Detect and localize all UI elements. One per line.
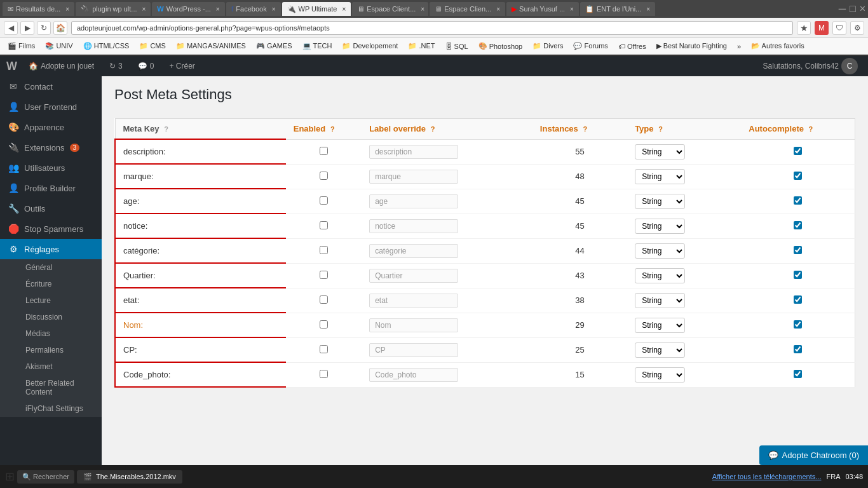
settings-icon[interactable]: ⚙	[850, 21, 864, 35]
taskbar-file-item[interactable]: 🎬 The.Miserables.2012.mkv	[77, 470, 182, 484]
address-bar[interactable]: adopteunjouet.com/wp-admin/options-gener…	[71, 21, 793, 35]
label-override-input[interactable]	[369, 294, 458, 308]
type-select[interactable]: StringNumberBoolean	[635, 268, 685, 283]
enabled-checkbox[interactable]	[320, 271, 328, 279]
sidebar-sub-permaliens[interactable]: Permaliens	[0, 342, 102, 358]
type-select[interactable]: StringNumberBoolean	[635, 194, 685, 209]
autocomplete-checkbox[interactable]	[794, 172, 802, 180]
taskbar-search[interactable]: 🔍 Rechercher	[17, 470, 74, 484]
tab-close-icon[interactable]: ×	[142, 6, 146, 13]
forward-button[interactable]: ▶	[20, 21, 34, 35]
bookmark-photoshop[interactable]: 🎨 Photoshop	[475, 41, 527, 51]
sidebar-item-utilisateurs[interactable]: 👥 Utilisateurs	[0, 158, 102, 178]
enabled-checkbox[interactable]	[320, 172, 328, 180]
enabled-checkbox[interactable]	[320, 295, 328, 304]
bookmark-films[interactable]: 🎬 Films	[4, 41, 39, 51]
enabled-checkbox[interactable]	[320, 196, 328, 205]
bookmark-net[interactable]: 📁 .NET	[404, 41, 438, 51]
minimize-icon[interactable]: ─	[839, 3, 846, 15]
type-select[interactable]: StringNumberBoolean	[635, 169, 685, 184]
tab-wordpress[interactable]: W WordPress -... ×	[152, 2, 224, 16]
maximize-icon[interactable]: □	[850, 3, 856, 15]
shield-icon[interactable]: 🛡	[832, 21, 846, 35]
autocomplete-checkbox[interactable]	[794, 345, 802, 353]
label-override-input[interactable]	[369, 368, 458, 382]
type-select[interactable]: StringNumberBoolean	[635, 219, 685, 234]
chatroom-button[interactable]: 💬 Adopte Chatroom (0)	[759, 445, 868, 465]
reload-button[interactable]: ↻	[37, 21, 51, 35]
autocomplete-checkbox[interactable]	[794, 246, 802, 254]
sidebar-sub-medias[interactable]: Médias	[0, 325, 102, 342]
bookmark-htmlcss[interactable]: 🌐 HTML/CSS	[79, 41, 133, 51]
bookmark-univ[interactable]: 📚 UNIV	[41, 41, 76, 51]
bookmark-games[interactable]: 🎮 GAMES	[252, 41, 296, 51]
tab-ent[interactable]: 📋 ENT de l'Uni... ×	[580, 2, 655, 16]
autocomplete-checkbox[interactable]	[794, 221, 802, 229]
bookmark-offres[interactable]: 🏷 Offres	[614, 41, 650, 51]
sidebar-sub-better-related[interactable]: Better Related Content	[0, 375, 102, 400]
meta-key-help-icon[interactable]: ?	[164, 125, 168, 133]
tab-wp-ultimate[interactable]: 🔌 WP Ultimate ×	[282, 2, 351, 16]
type-select[interactable]: StringNumberBoolean	[635, 293, 685, 308]
autocomplete-checkbox[interactable]	[794, 271, 802, 279]
sidebar-item-contact[interactable]: ✉ Contact	[0, 76, 102, 97]
label-override-input[interactable]	[369, 269, 458, 283]
autocomplete-help-icon[interactable]: ?	[809, 125, 813, 133]
autocomplete-checkbox[interactable]	[794, 196, 802, 205]
sidebar-item-profile-builder[interactable]: 👤 Profile Builder	[0, 178, 102, 198]
label-override-input[interactable]	[369, 244, 458, 258]
comments-link[interactable]: 💬 0	[134, 56, 158, 76]
label-help-icon[interactable]: ?	[431, 125, 435, 133]
tab-espace2[interactable]: 🖥 Espace Clien... ×	[430, 2, 505, 16]
sidebar-sub-general[interactable]: Général	[0, 259, 102, 276]
sidebar-sub-iflychat[interactable]: iFlyChat Settings	[0, 400, 102, 417]
bookmark-sql[interactable]: 🗄 SQL	[442, 41, 472, 51]
enabled-checkbox[interactable]	[320, 147, 328, 155]
sidebar-sub-lecture[interactable]: Lecture	[0, 292, 102, 309]
home-button[interactable]: 🏠	[53, 21, 67, 35]
bookmark-mangas[interactable]: 📁 MANGAS/ANIMES	[172, 41, 250, 51]
gmail-icon[interactable]: M	[815, 21, 829, 35]
sidebar-item-apparence[interactable]: 🎨 Apparence	[0, 117, 102, 137]
autocomplete-checkbox[interactable]	[794, 320, 802, 329]
instances-help-icon[interactable]: ?	[583, 125, 587, 133]
enabled-checkbox[interactable]	[320, 246, 328, 254]
back-button[interactable]: ◀	[4, 21, 18, 35]
tab-close-icon[interactable]: ×	[570, 6, 574, 13]
label-override-input[interactable]	[369, 318, 458, 332]
type-select[interactable]: StringNumberBoolean	[635, 342, 685, 358]
enabled-checkbox[interactable]	[320, 320, 328, 329]
tab-espace1[interactable]: 🖥 Espace Client... ×	[352, 2, 428, 16]
site-name-link[interactable]: 🏠 Adopte un jouet	[25, 56, 98, 76]
sidebar-sub-akismet[interactable]: Akismet	[0, 358, 102, 375]
tab-gmail[interactable]: ✉ Resultats de... ×	[3, 2, 74, 16]
bookmark-naruto[interactable]: ▶ Best Naruto Fighting	[653, 41, 731, 51]
download-link[interactable]: Afficher tous les téléchargements...	[712, 473, 822, 480]
enabled-checkbox[interactable]	[320, 221, 328, 229]
type-select[interactable]: StringNumberBoolean	[635, 243, 685, 259]
enabled-checkbox[interactable]	[320, 345, 328, 353]
sidebar-item-extensions[interactable]: 🔌 Extensions 3	[0, 137, 102, 158]
close-window-icon[interactable]: ×	[860, 3, 865, 15]
type-select[interactable]: StringNumberBoolean	[635, 318, 685, 333]
bookmark-tech[interactable]: 💻 TECH	[299, 41, 336, 51]
label-override-input[interactable]	[369, 170, 458, 184]
autocomplete-checkbox[interactable]	[794, 370, 802, 378]
tab-plugin[interactable]: 🔌 plugin wp ult... ×	[76, 2, 151, 16]
bookmark-more[interactable]: »	[733, 41, 745, 51]
tab-facebook[interactable]: f Facebook ×	[226, 2, 281, 16]
tab-close-icon[interactable]: ×	[421, 6, 424, 13]
sidebar-item-user-frontend[interactable]: 👤 User Frontend	[0, 97, 102, 117]
type-select[interactable]: StringNumberBoolean	[635, 367, 685, 383]
tab-close-icon[interactable]: ×	[65, 6, 69, 13]
tab-close-icon[interactable]: ×	[342, 6, 346, 13]
enabled-checkbox[interactable]	[320, 370, 328, 378]
bookmark-autres[interactable]: 📂 Autres favoris	[747, 41, 808, 51]
autocomplete-checkbox[interactable]	[794, 295, 802, 304]
updates-link[interactable]: ↻ 3	[105, 56, 126, 76]
type-select[interactable]: StringNumberBoolean	[635, 144, 685, 159]
bookmark-star-icon[interactable]: ★	[797, 21, 811, 35]
label-override-input[interactable]	[369, 145, 458, 159]
tab-close-icon[interactable]: ×	[496, 6, 500, 13]
bookmark-dev[interactable]: 📁 Developement	[338, 41, 402, 51]
